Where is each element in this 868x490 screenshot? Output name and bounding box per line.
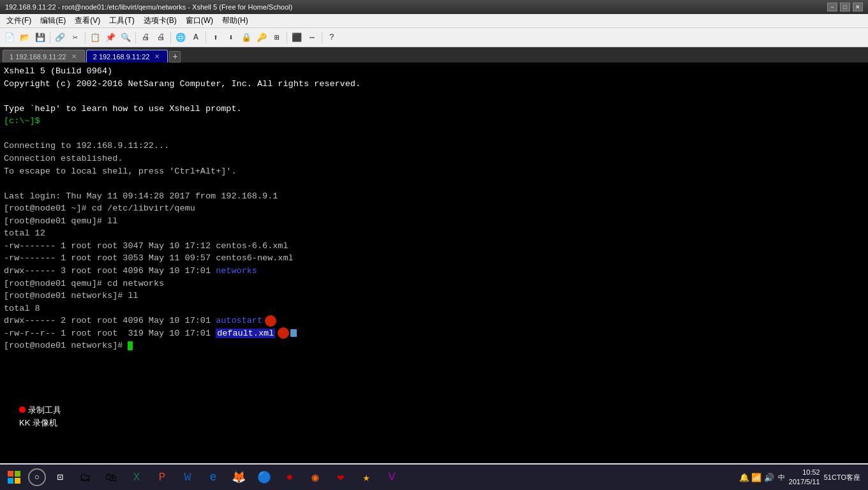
- terminal-line-6: [4, 128, 864, 140]
- toolbar-sep4: [170, 32, 171, 43]
- toolbar-sep1: [50, 32, 50, 43]
- terminal-line-5: [c:\~]$: [4, 115, 864, 128]
- terminal-line-8: Connection established.: [4, 152, 864, 165]
- terminal-line-18: [root@node01 qemu]# cd networks: [4, 278, 864, 290]
- terminal-line-12: [root@node01 ~]# cd /etc/libvirt/qemu: [4, 202, 864, 215]
- taskbar-icons: 🔔 📶 🔊: [739, 473, 774, 482]
- terminal-line-20: total 8: [4, 302, 864, 315]
- menu-edit[interactable]: 编辑(E): [36, 14, 70, 27]
- terminal-line-13: [root@node01 qemu]# ll: [4, 215, 864, 228]
- terminal-line-14: total 12: [4, 227, 864, 240]
- terminal-line-3: [4, 90, 864, 103]
- menu-tabs[interactable]: 选项卡(B): [140, 14, 181, 27]
- toolbar-save[interactable]: 💾: [33, 31, 47, 45]
- taskbar-edge[interactable]: e: [202, 466, 225, 489]
- tab-1-label: 1 192.168.9.11:22: [10, 53, 66, 61]
- terminal-line-9: To escape to local shell, press 'Ctrl+Al…: [4, 165, 864, 178]
- taskbar-right: 🔔 📶 🔊 中 10:52 2017/5/11 51CTO客座: [739, 468, 865, 487]
- terminal-line-19: [root@node01 networks]# ll: [4, 290, 864, 302]
- terminal-line-1: Xshell 5 (Build 0964): [4, 65, 864, 78]
- tab-add-button[interactable]: +: [169, 51, 181, 63]
- title-bar-text: 192.168.9.11:22 - root@node01:/etc/libvi…: [5, 3, 292, 11]
- taskbar-task-view[interactable]: ⊡: [49, 466, 71, 489]
- taskbar-search[interactable]: ○: [28, 468, 46, 486]
- toolbar-font[interactable]: A: [189, 31, 203, 45]
- taskbar-ppt[interactable]: P: [151, 466, 174, 489]
- toolbar-sftp[interactable]: ⬇: [224, 31, 238, 45]
- terminal-line-7: Connecting to 192.168.9.11:22...: [4, 140, 864, 152]
- toolbar-sep7: [322, 32, 322, 43]
- minimize-button[interactable]: −: [827, 3, 837, 11]
- taskbar-app2[interactable]: ●: [278, 466, 301, 489]
- taskbar-excel[interactable]: X: [125, 466, 148, 489]
- terminal-line-4: Type `help' to learn how to use Xshell p…: [4, 103, 864, 115]
- terminal-area[interactable]: Xshell 5 (Build 0964) Copyright (c) 2002…: [0, 63, 868, 463]
- toolbar-sep6: [287, 32, 287, 43]
- toolbar-globe[interactable]: 🌐: [174, 31, 188, 45]
- taskbar-time-display: 10:52: [789, 468, 820, 477]
- windows-icon: [8, 471, 20, 484]
- recording-label1: 录制工具: [19, 405, 61, 416]
- toolbar-sep2: [85, 32, 86, 43]
- title-bar-controls: − □ ✕: [827, 3, 863, 11]
- menu-view[interactable]: 查看(V): [71, 14, 104, 27]
- tab-2[interactable]: 2 192.168.9.11:22 ✕: [86, 50, 168, 63]
- taskbar-app4[interactable]: ❤: [329, 466, 352, 489]
- taskbar-clock: 10:52 2017/5/11: [789, 468, 820, 487]
- toolbar-paste[interactable]: 📌: [103, 31, 117, 45]
- recording-label2: KK 录像机: [19, 417, 61, 429]
- toolbar: 📄 📂 💾 🔗 ✂ 📋 📌 🔍 🖨 🖨 🌐 A ⬆ ⬇ 🔒 🔑 ⊞ ⬛ ⋯ ?: [0, 28, 868, 47]
- toolbar-more[interactable]: ⋯: [305, 31, 319, 45]
- toolbar-help[interactable]: ?: [325, 31, 339, 45]
- menu-window[interactable]: 窗口(W): [182, 14, 217, 27]
- tab-2-close[interactable]: ✕: [153, 53, 161, 60]
- tab-bar: 1 192.168.9.11:22 ✕ 2 192.168.9.11:22 ✕ …: [0, 47, 868, 63]
- menu-file[interactable]: 文件(F): [3, 14, 35, 27]
- toolbar-new[interactable]: 📄: [3, 31, 17, 45]
- terminal-line-10: [4, 177, 864, 190]
- taskbar-word[interactable]: W: [176, 466, 199, 489]
- terminal-line-17: drwx------ 3 root root 4096 May 10 17:01…: [4, 265, 864, 278]
- toolbar-layout[interactable]: ⊞: [270, 31, 284, 45]
- toolbar-transfer[interactable]: ⬆: [209, 31, 223, 45]
- toolbar-tunneling[interactable]: 🔒: [239, 31, 253, 45]
- start-button[interactable]: [3, 466, 26, 489]
- toolbar-connect[interactable]: 🔗: [53, 31, 67, 45]
- taskbar-extra: 51CTO客座: [824, 473, 860, 482]
- tab-1-close[interactable]: ✕: [70, 53, 78, 60]
- toolbar-scroll[interactable]: ⬛: [290, 31, 304, 45]
- toolbar-print[interactable]: 🖨: [138, 31, 153, 45]
- toolbar-printprev[interactable]: 🖨: [154, 31, 168, 45]
- terminal-line-22: -rw-r--r-- 1 root root 319 May 10 17:01 …: [4, 327, 864, 340]
- menu-help[interactable]: 帮助(H): [218, 14, 252, 27]
- toolbar-find[interactable]: 🔍: [119, 31, 133, 45]
- taskbar-app5[interactable]: ★: [355, 466, 378, 489]
- terminal-line-16: -rw------- 1 root root 3053 May 11 09:57…: [4, 252, 864, 265]
- taskbar: ○ ⊡ 🗂 🛍 X P W e 🦊 🔵 ● ◉ ❤ ★ V 🔔 📶 🔊 中 10…: [0, 464, 868, 490]
- toolbar-sep3: [135, 32, 136, 43]
- taskbar-app1[interactable]: 🔵: [253, 466, 276, 489]
- taskbar-store[interactable]: 🛍: [100, 466, 123, 489]
- taskbar-firefox[interactable]: 🦊: [227, 466, 250, 489]
- taskbar-lang: 中: [778, 473, 785, 482]
- tab-2-label: 2 192.168.9.11:22: [93, 53, 150, 61]
- taskbar-explorer[interactable]: 🗂: [74, 466, 97, 489]
- terminal-line-21: drwx------ 2 root root 4096 May 10 17:01…: [4, 315, 864, 327]
- toolbar-open[interactable]: 📂: [18, 31, 32, 45]
- toolbar-key[interactable]: 🔑: [255, 31, 269, 45]
- menu-tools[interactable]: 工具(T): [105, 14, 138, 27]
- terminal-line-2: Copyright (c) 2002-2016 NetSarang Comput…: [4, 78, 864, 91]
- terminal-line-15: -rw------- 1 root root 3047 May 10 17:12…: [4, 240, 864, 253]
- taskbar-app3[interactable]: ◉: [304, 466, 327, 489]
- tab-1[interactable]: 1 192.168.9.11:22 ✕: [3, 50, 85, 63]
- title-bar: 192.168.9.11:22 - root@node01:/etc/libvi…: [0, 0, 868, 14]
- maximize-button[interactable]: □: [840, 3, 850, 11]
- toolbar-disconnect[interactable]: ✂: [68, 31, 82, 45]
- close-button[interactable]: ✕: [853, 3, 863, 11]
- toolbar-copy[interactable]: 📋: [88, 31, 102, 45]
- recording-overlay: 录制工具 KK 录像机: [13, 401, 68, 433]
- terminal-line-11: Last login: Thu May 11 09:14:28 2017 fro…: [4, 190, 864, 203]
- taskbar-app6[interactable]: V: [380, 466, 403, 489]
- menu-bar: 文件(F) 编辑(E) 查看(V) 工具(T) 选项卡(B) 窗口(W) 帮助(…: [0, 14, 868, 28]
- toolbar-sep5: [206, 32, 206, 43]
